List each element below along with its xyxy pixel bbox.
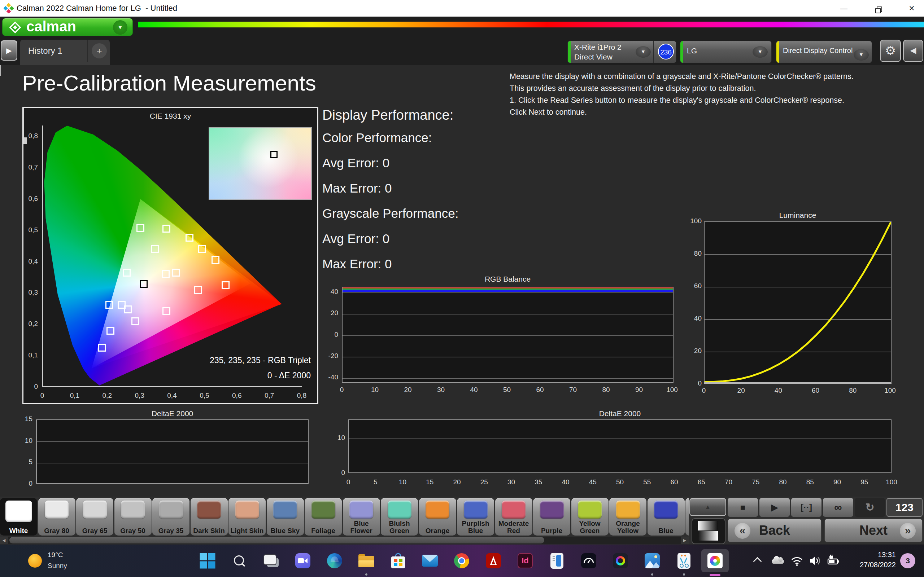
taskbar-clock[interactable]: 13:31 27/08/2022 [841, 550, 896, 570]
taskbar-edge[interactable] [323, 549, 346, 572]
meter-count-badge[interactable]: 236 [658, 44, 674, 60]
cie-x-tick-label: 0 [30, 392, 55, 400]
pattern-window-toggle[interactable] [691, 518, 725, 544]
de2-x-label: 5 [365, 478, 386, 486]
notification-badge[interactable]: 3 [900, 553, 915, 568]
pattern-label: White [0, 527, 37, 534]
taskbar-indesign[interactable]: Id [514, 549, 537, 572]
taskbar-chrome[interactable] [450, 549, 473, 572]
expand-pattern-panel-button[interactable]: ▲ [690, 498, 726, 516]
pattern-purple[interactable]: Purple [533, 498, 570, 535]
pattern-yellow-green[interactable]: Yellow Green [571, 498, 609, 535]
taskbar-creative-cloud[interactable] [609, 549, 632, 572]
de1-gridline [37, 442, 308, 442]
settings-button[interactable]: ⚙ [880, 40, 901, 62]
pattern-light-skin[interactable]: Light Skin [228, 498, 266, 535]
calman-menu-button[interactable]: calman ▼ [2, 18, 133, 36]
de2-x-label: 100 [881, 478, 901, 486]
wifi-icon[interactable] [790, 554, 804, 567]
pattern-green[interactable]: Green [685, 498, 689, 535]
chevron-down-icon[interactable]: ▼ [854, 49, 869, 61]
scroll-right-button[interactable]: ▶ [681, 537, 689, 544]
close-button[interactable]: ✕ [901, 3, 922, 14]
pattern-counter-button[interactable]: 123 [887, 498, 922, 517]
pattern-dark-skin[interactable]: Dark Skin [191, 498, 228, 535]
onedrive-icon[interactable] [771, 554, 785, 567]
cie-x-tick-label: 0,2 [95, 392, 120, 400]
pattern-scrollbar[interactable]: ◀ ▶ [0, 537, 689, 544]
taskbar-photos[interactable] [641, 549, 664, 572]
weather-widget[interactable]: 19°C Sunny [48, 550, 67, 571]
pattern-gray-35[interactable]: Gray 35 [152, 498, 189, 535]
rgb-x-label: 50 [496, 386, 518, 394]
taskbar-mail[interactable] [418, 549, 441, 572]
tray-chevron-up-icon[interactable] [753, 557, 762, 566]
weather-sun-icon[interactable] [28, 554, 42, 567]
calman-app-icon [3, 3, 14, 13]
de2-x-label: 10 [393, 478, 413, 486]
calman-menu-chevron-icon[interactable]: ▼ [113, 20, 128, 35]
cie-x-tick [23, 124, 24, 128]
pattern-orange[interactable]: Orange [419, 498, 456, 535]
taskbar-store[interactable] [386, 549, 410, 572]
lum-x-label: 80 [842, 387, 864, 395]
cie-x-tick-label: 0,4 [160, 392, 185, 400]
workflow-play-button[interactable]: ▶ [1, 40, 17, 61]
pattern-purplish-blue[interactable]: Purplish Blue [457, 498, 494, 535]
meter-dropdown[interactable]: X-Rite i1Pro 2 Direct View ▼ 236 [567, 41, 677, 63]
de2-x-label: 30 [501, 478, 522, 486]
color-target-marker [198, 245, 206, 253]
pattern-gray-65[interactable]: Gray 65 [76, 498, 113, 535]
rgb-x-label: 20 [397, 386, 419, 394]
cie-x-tick-label: 0,5 [192, 392, 217, 400]
pattern-bluish-green[interactable]: Bluish Green [381, 498, 418, 535]
control-dropdown[interactable]: Direct Display Control ▼ [776, 41, 872, 63]
pattern-orange-yellow[interactable]: Orange Yellow [609, 498, 646, 535]
continuous-read-button[interactable]: ∞ [823, 498, 853, 517]
pattern-blue-sky[interactable]: Blue Sky [267, 498, 304, 535]
taskbar-phone-link[interactable] [545, 549, 569, 572]
taskbar-file-explorer[interactable] [355, 549, 378, 572]
pattern-gray-80[interactable]: Gray 80 [38, 498, 76, 535]
next-button[interactable]: Next » [824, 519, 922, 542]
taskbar-acrobat[interactable] [482, 549, 505, 572]
read-series-button[interactable]: [··] [791, 498, 822, 517]
taskbar-snipping-tool[interactable] [672, 549, 696, 572]
back-button[interactable]: « Back [728, 519, 822, 542]
scroll-left-button[interactable]: ◀ [0, 537, 8, 544]
pattern-white[interactable]: White [0, 498, 37, 535]
pattern-label: Light Skin [228, 527, 266, 534]
tab-history-1[interactable]: History 1 + [20, 40, 110, 65]
play-button[interactable]: ▶ [759, 498, 790, 517]
cie-y-tick-label: 0,5 [23, 226, 38, 234]
de1-y-label: 10 [15, 437, 32, 445]
de2-x-label: 40 [556, 478, 576, 486]
minimize-button[interactable]: — [833, 3, 855, 14]
read-series-icon: [··] [801, 502, 812, 512]
chevron-down-icon[interactable]: ▼ [636, 46, 651, 58]
taskbar-chat[interactable] [291, 549, 314, 572]
pattern-gray-50[interactable]: Gray 50 [115, 498, 152, 535]
taskbar-task-view[interactable] [260, 549, 283, 572]
add-tab-button[interactable]: + [92, 43, 107, 58]
rgb-x-label: 90 [628, 386, 650, 394]
volume-icon[interactable] [808, 554, 822, 567]
taskbar-search[interactable] [228, 549, 251, 572]
pattern-blue-flower[interactable]: Blue Flower [343, 498, 380, 535]
collapse-panel-button[interactable]: ◀ [903, 40, 923, 62]
chevron-down-icon[interactable]: ▼ [753, 46, 768, 58]
battery-charging-icon[interactable] [826, 554, 840, 567]
taskbar-start[interactable] [196, 549, 219, 572]
pattern-moderate-red[interactable]: Moderate Red [495, 498, 532, 535]
taskbar-speedtest[interactable] [577, 549, 600, 572]
pattern-blue[interactable]: Blue [648, 498, 685, 535]
taskbar-calman-pattern[interactable] [701, 549, 729, 572]
stop-button[interactable]: ■ [728, 498, 758, 517]
restore-button[interactable] [867, 3, 888, 14]
refresh-button[interactable]: ↻ [855, 498, 885, 517]
scrollbar-thumb[interactable] [10, 537, 544, 543]
display-dropdown[interactable]: LG ▼ [680, 41, 772, 63]
luminance-title: Luminance [704, 211, 892, 220]
cie-y-tick [23, 143, 27, 144]
pattern-foliage[interactable]: Foliage [305, 498, 342, 535]
